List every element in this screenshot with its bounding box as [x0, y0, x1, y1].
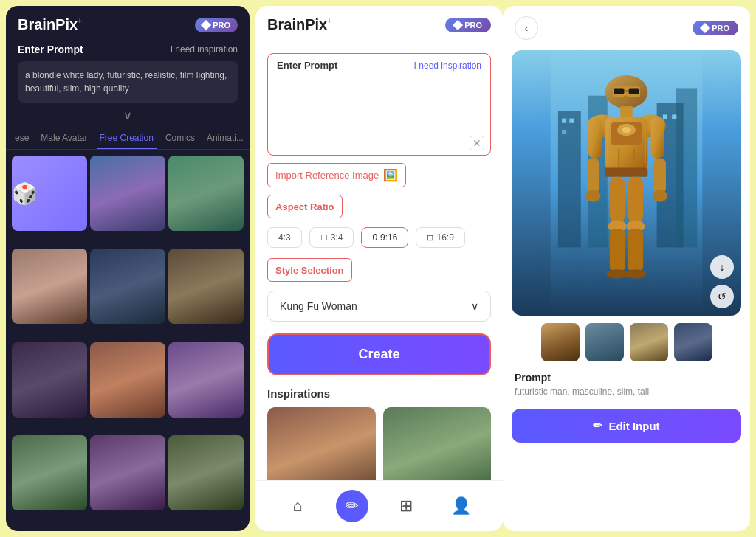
import-reference-row[interactable]: Import Reference Image 🖼️ — [267, 163, 406, 187]
svg-rect-13 — [629, 88, 639, 94]
svg-rect-6 — [569, 119, 574, 123]
brand-logo-left: BrainPix+ — [18, 16, 82, 33]
svg-rect-36 — [610, 229, 625, 271]
inspiration-link-left[interactable]: I need inspiration — [171, 44, 238, 55]
inspiration-card-2[interactable] — [383, 407, 491, 480]
prompt-description: futuristic man, masculine, slim, tall — [515, 387, 738, 397]
tab-male-avatar[interactable]: Male Avatar — [38, 128, 90, 149]
svg-rect-16 — [620, 106, 632, 117]
svg-point-30 — [585, 190, 601, 201]
aspect-ratio-row: 4:3 ☐ 3:4 0 9:16 ⊟ 16:9 — [267, 227, 491, 248]
prompt-textarea[interactable] — [268, 71, 490, 130]
svg-rect-29 — [654, 159, 666, 193]
tab-ese[interactable]: ese — [12, 128, 32, 149]
pro-badge-mid[interactable]: PRO — [445, 18, 491, 32]
thumbnail-1[interactable] — [541, 323, 580, 361]
thumbnail-3[interactable] — [630, 323, 668, 361]
svg-rect-1 — [558, 111, 581, 247]
dice-icon: 🎲 — [12, 181, 38, 206]
prompt-section: Prompt futuristic man, masculine, slim, … — [503, 369, 750, 403]
grid-item-7[interactable] — [90, 342, 165, 418]
pro-badge-right[interactable]: PRO — [693, 21, 738, 35]
enter-prompt-label-mid: Enter Prompt — [277, 60, 337, 71]
ratio-3-4[interactable]: ☐ 3:4 — [309, 227, 354, 248]
chevron-down-container: ∨ — [6, 103, 250, 128]
grid-item-5[interactable] — [168, 249, 244, 324]
prompt-box: Enter Prompt I need inspiration ✕ — [267, 53, 491, 156]
ratio-9-16[interactable]: 0 9:16 — [361, 227, 408, 248]
inspirations-title: Inspirations — [267, 387, 491, 400]
tab-free-creation[interactable]: Free Creation — [97, 128, 157, 149]
nav-gallery[interactable]: ⊞ — [390, 490, 422, 522]
left-header: BrainPix+ PRO — [6, 6, 250, 44]
inspiration-link-mid[interactable]: I need inspiration — [414, 60, 481, 71]
grid-item-9[interactable] — [12, 435, 87, 510]
nav-home[interactable]: ⌂ — [281, 490, 314, 522]
import-reference-label: Import Reference Image — [275, 170, 379, 181]
inspirations-row — [267, 407, 491, 480]
grid-item-2[interactable] — [168, 156, 244, 231]
tab-animation[interactable]: Animati... — [204, 128, 247, 149]
grid-item-10[interactable] — [90, 435, 165, 510]
svg-point-39 — [625, 269, 646, 278]
tab-comics[interactable]: Comics — [162, 128, 198, 149]
image-grid: 🎲 — [6, 150, 250, 531]
svg-rect-9 — [672, 114, 676, 119]
svg-rect-26 — [588, 117, 602, 159]
grid-item-4[interactable] — [90, 249, 165, 324]
prompt-box-footer: ✕ — [268, 133, 490, 155]
ratio-9-16-icon: 0 — [372, 232, 377, 243]
aspect-ratio-title: Aspect Ratio — [275, 201, 334, 212]
svg-point-38 — [607, 269, 628, 278]
download-button[interactable]: ↓ — [710, 255, 734, 279]
refresh-button[interactable]: ↺ — [710, 285, 734, 308]
ratio-16-9-icon: ⊟ — [427, 233, 433, 243]
svg-rect-8 — [663, 114, 667, 119]
grid-item-6[interactable] — [12, 342, 87, 418]
edit-input-button[interactable]: ✏ Edit Input — [512, 409, 741, 443]
robot-image — [512, 50, 741, 316]
grid-item-1[interactable] — [90, 156, 165, 231]
nav-profile[interactable]: 👤 — [444, 490, 477, 522]
tab-bar: ese Male Avatar Free Creation Comics Ani… — [6, 128, 250, 150]
svg-rect-32 — [610, 177, 625, 223]
grid-item-dice[interactable]: 🎲 — [12, 156, 87, 231]
clear-prompt-button[interactable]: ✕ — [470, 136, 484, 150]
thumbnail-4[interactable] — [674, 323, 712, 361]
grid-item-8[interactable] — [168, 342, 244, 418]
image-actions: ↓ ↺ — [710, 255, 734, 308]
left-panel: BrainPix+ PRO Enter Prompt I need inspir… — [6, 6, 250, 531]
middle-content: Enter Prompt I need inspiration ✕ Import… — [255, 44, 503, 480]
grid-item-11[interactable] — [168, 435, 244, 510]
svg-point-22 — [622, 127, 630, 133]
right-header: ‹ PRO — [503, 6, 750, 50]
enter-prompt-row: Enter Prompt I need inspiration — [6, 44, 250, 61]
svg-rect-25 — [605, 167, 648, 176]
thumbnail-2[interactable] — [585, 323, 624, 361]
middle-panel: BrainPix+ PRO Enter Prompt I need inspir… — [255, 6, 503, 531]
svg-rect-15 — [624, 96, 628, 99]
svg-rect-27 — [650, 117, 664, 159]
pro-badge-left[interactable]: PRO — [195, 18, 238, 32]
middle-header: BrainPix+ PRO — [255, 6, 503, 44]
prompt-text-left: a blondie white lady, futuristic, realis… — [18, 61, 238, 103]
style-selection-section-label: Style Selection — [267, 258, 351, 282]
grid-item-3[interactable] — [12, 249, 87, 324]
style-selection-title: Style Selection — [275, 265, 343, 276]
svg-rect-5 — [562, 119, 566, 123]
ratio-4-3[interactable]: 4:3 — [267, 227, 302, 248]
inspiration-card-1[interactable] — [267, 407, 375, 480]
style-dropdown[interactable]: Kung Fu Woman ∨ — [267, 291, 491, 322]
brand-logo-mid: BrainPix+ — [267, 16, 331, 33]
svg-rect-7 — [562, 130, 566, 134]
svg-rect-4 — [676, 88, 697, 247]
back-button[interactable]: ‹ — [515, 16, 538, 40]
aspect-ratio-section-label: Aspect Ratio — [267, 195, 342, 218]
prompt-title: Prompt — [515, 372, 738, 384]
chevron-down-icon: ∨ — [123, 108, 132, 122]
create-button[interactable]: Create — [267, 333, 491, 375]
nav-create[interactable]: ✏ — [336, 490, 368, 522]
enter-prompt-label-left: Enter Prompt — [18, 44, 83, 55]
ratio-16-9[interactable]: ⊟ 16:9 — [416, 227, 464, 248]
bottom-nav: ⌂ ✏ ⊞ 👤 — [255, 480, 503, 531]
